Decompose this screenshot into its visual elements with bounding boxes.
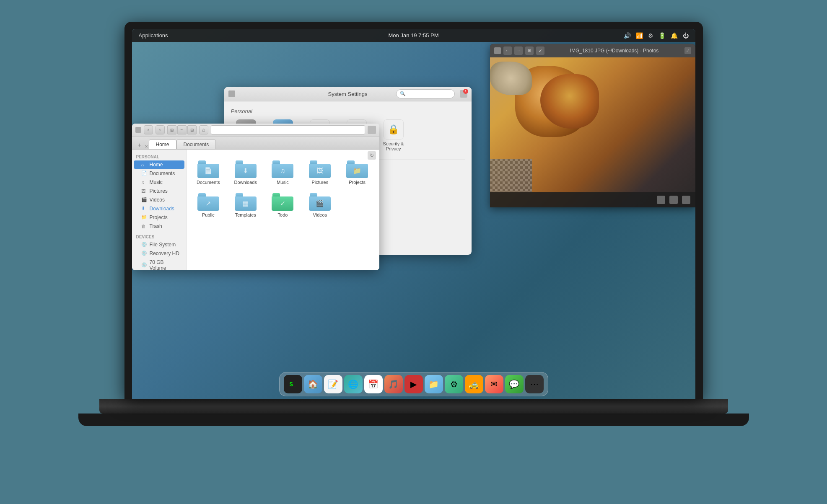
bluetooth-icon[interactable]: ⚙ <box>648 32 653 39</box>
fm-tabs-bar: + ✕ Home Documents <box>132 137 379 150</box>
system-tray: 🔊 📶 ⚙ 🔋 🔔 ⏻ <box>624 32 689 39</box>
dock-settings[interactable]: ⚙ <box>445 375 463 393</box>
dock-video[interactable]: ▶ <box>404 375 423 393</box>
dock-taxi[interactable]: 🚕 <box>465 375 483 393</box>
fm-list-view-button[interactable]: ≡ <box>177 125 187 134</box>
dock-texteditor[interactable]: 📝 <box>324 375 342 393</box>
dock-mail[interactable]: ✉ <box>485 375 503 393</box>
laptop-base <box>99 399 728 414</box>
photos-share-button[interactable]: ↙ <box>536 47 544 55</box>
documents-folder-icon: 📄 <box>197 160 219 178</box>
settings-label-security: Security & Privacy <box>379 141 409 151</box>
photos-back-button[interactable]: ← <box>503 47 512 55</box>
fm-home-button[interactable]: ⌂ <box>199 125 208 134</box>
fm-sidebar-volume[interactable]: 💿 70 GB Volume <box>134 258 184 270</box>
fm-folder-projects[interactable]: 📁 Projects <box>340 158 374 187</box>
downloads-folder-label: Downloads <box>234 180 257 185</box>
fm-folder-videos[interactable]: 🎬 Videos <box>303 191 337 220</box>
photos-forward-button[interactable]: → <box>514 47 523 55</box>
wifi-icon[interactable]: 📶 <box>636 32 643 39</box>
filemanager-titlebar: ‹ › ⊞ ≡ ⊟ ⌂ <box>132 124 379 137</box>
fm-expand-button[interactable] <box>368 126 376 134</box>
dock: $_ 🏠 📝 🌐 📅 🎵 ▶ 📁 ⚙ 🚕 ✉ 💬 ⋯ <box>279 372 548 396</box>
fm-sidebar-personal-section: Personal <box>132 153 186 160</box>
fm-sidebar-filesystem-label: File System <box>150 242 176 248</box>
settings-search-input[interactable] <box>407 91 451 97</box>
applications-menu[interactable]: Applications <box>139 32 168 39</box>
fm-address-bar[interactable] <box>211 125 365 134</box>
dock-terminal[interactable]: $_ <box>284 375 302 393</box>
fm-sidebar-trash-label: Trash <box>150 223 162 229</box>
pictures-icon: 🖼 <box>141 189 147 194</box>
settings-search-box[interactable]: 🔍 <box>396 89 455 98</box>
fm-folder-documents[interactable]: 📄 Documents <box>192 158 226 187</box>
photos-titlebar: ← → ⊞ ↙ IMG_1810.JPG (~/Downloads) - Pho… <box>490 44 695 57</box>
dock-files[interactable]: 🏠 <box>304 375 322 393</box>
templates-folder-icon: ▦ <box>235 193 257 211</box>
laptop-bottom <box>78 414 749 426</box>
fm-close-button[interactable] <box>135 127 141 133</box>
pictures-folder-label: Pictures <box>311 180 328 185</box>
volume-icon[interactable]: 🔊 <box>624 32 631 39</box>
fm-folder-music[interactable]: ♫ Music <box>266 158 300 187</box>
fm-refresh-button[interactable]: ↻ <box>368 151 376 160</box>
photos-close-button[interactable] <box>494 47 501 54</box>
fm-folder-todo[interactable]: ✓ Todo <box>266 191 300 220</box>
fm-sidebar-videos[interactable]: 🎬 Videos <box>134 196 184 204</box>
settings-icon-security: 🔒 <box>384 119 404 140</box>
top-bar: Applications Mon Jan 19 7:55 PM 🔊 📶 ⚙ 🔋 … <box>132 29 695 42</box>
fm-folder-templates[interactable]: ▦ Templates <box>228 191 262 220</box>
fm-folder-pictures[interactable]: 🖼 Pictures <box>303 158 337 187</box>
settings-item-security[interactable]: 🔒 Security & Privacy <box>379 119 409 151</box>
notification-icon[interactable]: 🔔 <box>671 32 678 39</box>
settings-close-button[interactable] <box>228 90 235 97</box>
screen: Applications Mon Jan 19 7:55 PM 🔊 📶 ⚙ 🔋 … <box>132 29 695 399</box>
dock-chat[interactable]: 💬 <box>505 375 524 393</box>
dock-folder[interactable]: 📁 <box>425 375 443 393</box>
fm-sidebar-filesystem[interactable]: 💿 File System <box>134 240 184 249</box>
fm-sidebar: Personal ⌂ Home 📄 Documents ♫ <box>132 150 187 270</box>
fm-sidebar-documents-label: Documents <box>150 171 175 176</box>
fm-tab-documents[interactable]: Documents <box>176 140 216 149</box>
fm-sidebar-home[interactable]: ⌂ Home <box>134 160 184 169</box>
fm-close-tab-button[interactable]: ✕ <box>144 144 149 149</box>
fm-add-tab-button[interactable]: + <box>135 141 144 149</box>
photo-subject-2 <box>540 74 599 129</box>
dock-misc[interactable]: ⋯ <box>525 375 544 393</box>
fm-sidebar-downloads[interactable]: ⬇ Downloads <box>134 204 184 213</box>
fm-sidebar-recoveryhd[interactable]: 💿 Recovery HD <box>134 249 184 258</box>
fm-sidebar-documents[interactable]: 📄 Documents <box>134 169 184 178</box>
fm-grid-view-button[interactable]: ⊞ <box>167 125 176 134</box>
dock-music[interactable]: 🎵 <box>384 375 403 393</box>
photos-nav-icon-2[interactable] <box>669 196 678 204</box>
fm-sidebar-music[interactable]: ♫ Music <box>134 178 184 186</box>
dock-calendar[interactable]: 📅 <box>364 375 383 393</box>
music-folder-label: Music <box>277 180 289 185</box>
photos-expand-button[interactable]: ⤢ <box>684 47 691 54</box>
fm-sidebar-home-label: Home <box>150 162 163 168</box>
fm-column-view-button[interactable]: ⊟ <box>187 125 197 134</box>
fm-sidebar-pictures[interactable]: 🖼 Pictures <box>134 187 184 195</box>
photos-grid-button[interactable]: ⊞ <box>525 47 534 55</box>
fm-back-button[interactable]: ‹ <box>144 125 153 134</box>
fm-sidebar-trash[interactable]: 🗑 Trash <box>134 222 184 230</box>
dock-browser[interactable]: 🌐 <box>344 375 363 393</box>
photos-bottom-bar <box>490 192 695 207</box>
fm-folder-downloads[interactable]: ⬇ Downloads <box>228 158 262 187</box>
power-icon[interactable]: ⏻ <box>683 32 689 39</box>
photos-nav-icon-1[interactable] <box>657 196 665 204</box>
fm-forward-button[interactable]: › <box>156 125 165 134</box>
fm-tab-home[interactable]: Home <box>149 140 176 149</box>
filesystem-icon: 💿 <box>141 242 147 247</box>
photos-nav-icon-3[interactable] <box>682 196 690 204</box>
fm-sidebar-recoveryhd-label: Recovery HD <box>150 251 179 256</box>
public-folder-icon: ↗ <box>197 193 219 211</box>
recoveryhd-icon: 💿 <box>141 251 147 256</box>
fm-tab-home-label: Home <box>156 142 169 147</box>
home-icon: ⌂ <box>141 162 147 167</box>
templates-folder-label: Templates <box>235 212 256 217</box>
fm-sidebar-projects[interactable]: 📁 Projects <box>134 213 184 222</box>
projects-folder-label: Projects <box>349 180 366 185</box>
fm-folder-public[interactable]: ↗ Public <box>192 191 226 220</box>
fm-sidebar-pictures-label: Pictures <box>150 188 168 194</box>
